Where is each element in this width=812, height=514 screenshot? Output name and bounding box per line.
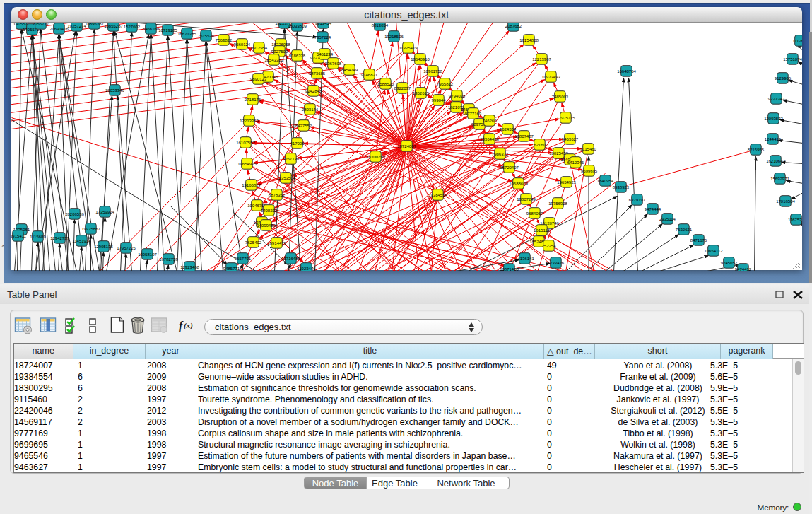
svg-text:3624554: 3624554 [499, 127, 516, 131]
svg-text:7485003: 7485003 [551, 94, 568, 98]
svg-text:7986372: 7986372 [491, 151, 508, 156]
svg-text:18724007: 18724007 [397, 144, 416, 148]
svg-text:9474412: 9474412 [734, 267, 751, 271]
svg-text:8454749: 8454749 [341, 67, 358, 71]
svg-text:62160: 62160 [534, 142, 546, 146]
svg-text:10688609: 10688609 [509, 181, 528, 185]
svg-text:18807249: 18807249 [517, 197, 536, 201]
svg-text:2935114: 2935114 [659, 216, 676, 221]
svg-text:6379197: 6379197 [628, 197, 645, 201]
svg-text:19756928: 19756928 [548, 201, 567, 205]
svg-text:7357224: 7357224 [314, 35, 331, 39]
svg-text:9684067: 9684067 [526, 211, 543, 215]
svg-text:1362615: 1362615 [412, 90, 429, 95]
svg-text:6412345: 6412345 [567, 160, 584, 164]
svg-text:9657791: 9657791 [234, 256, 251, 260]
svg-text:16210643: 16210643 [766, 158, 785, 163]
svg-text:746266: 746266 [482, 118, 497, 122]
svg-text:7632621: 7632621 [675, 227, 692, 231]
svg-text:999044: 999044 [431, 98, 446, 102]
svg-text:8471676: 8471676 [690, 238, 707, 242]
svg-text:8878352: 8878352 [268, 192, 285, 197]
svg-text:9227342: 9227342 [767, 96, 784, 100]
svg-text:9242848: 9242848 [305, 88, 322, 93]
svg-text:1527602: 1527602 [123, 24, 140, 28]
svg-text:2055717: 2055717 [32, 23, 49, 26]
svg-text:8427552: 8427552 [295, 123, 312, 127]
svg-text:10895387: 10895387 [85, 23, 104, 26]
svg-text:19654923: 19654923 [557, 180, 576, 184]
svg-text:12213369: 12213369 [240, 118, 259, 122]
svg-text:9129966: 9129966 [774, 76, 791, 80]
svg-text:417006: 417006 [290, 141, 305, 145]
svg-text:12213967: 12213967 [532, 57, 551, 61]
svg-text:12923468: 12923468 [180, 264, 199, 269]
svg-text:1615112: 1615112 [534, 228, 551, 232]
svg-text:16671385: 16671385 [177, 31, 196, 35]
svg-text:8938923: 8938923 [612, 185, 629, 189]
svg-text:19975867: 19975867 [81, 226, 100, 230]
svg-text:8186328: 8186328 [288, 53, 305, 57]
svg-text:9115460: 9115460 [580, 146, 597, 151]
svg-text:12942737: 12942737 [50, 235, 69, 240]
svg-text:11451914: 11451914 [72, 238, 91, 243]
svg-text:2367608: 2367608 [324, 61, 341, 65]
svg-text:2718176: 2718176 [244, 97, 261, 101]
svg-text:1733426: 1733426 [547, 260, 564, 264]
svg-text:9327503: 9327503 [271, 49, 288, 53]
svg-text:15751074: 15751074 [783, 57, 802, 61]
svg-text:16914479: 16914479 [267, 240, 286, 245]
svg-text:10961758: 10961758 [423, 69, 442, 73]
svg-text:14136141: 14136141 [515, 256, 534, 260]
svg-text:16543382: 16543382 [264, 57, 283, 62]
svg-text:10855287: 10855287 [104, 23, 123, 28]
svg-text:18300295: 18300295 [366, 154, 385, 158]
svg-text:11923446: 11923446 [297, 266, 316, 270]
svg-text:16154808: 16154808 [519, 37, 539, 42]
svg-text:18640910: 18640910 [411, 57, 430, 61]
svg-text:9913454: 9913454 [314, 23, 331, 25]
svg-text:9890123: 9890123 [249, 76, 266, 81]
svg-text:8912954: 8912954 [250, 45, 267, 49]
svg-text:19384554: 19384554 [428, 192, 447, 197]
svg-text:19357274: 19357274 [67, 23, 86, 28]
svg-text:14099489: 14099489 [257, 223, 276, 227]
svg-text:17016504: 17016504 [776, 199, 795, 203]
svg-text:16033809: 16033809 [288, 23, 307, 28]
svg-text:19654925: 19654925 [237, 161, 257, 165]
svg-text:17975115: 17975115 [556, 115, 575, 119]
svg-text:3498222: 3498222 [260, 208, 277, 212]
svg-text:252254: 252254 [541, 243, 556, 247]
svg-text:8267130: 8267130 [282, 156, 299, 160]
svg-text:16107552: 16107552 [236, 140, 255, 144]
svg-text:(x): (x) [184, 321, 193, 330]
svg-text:f: f [179, 320, 184, 332]
svg-text:1244419: 1244419 [764, 136, 781, 141]
svg-text:2087682: 2087682 [505, 23, 522, 28]
svg-text:11325419: 11325419 [399, 45, 418, 49]
svg-text:19166827: 19166827 [242, 182, 261, 187]
svg-text:8322037: 8322037 [394, 86, 411, 90]
svg-text:1588520: 1588520 [377, 81, 394, 86]
svg-text:16782759: 16782759 [159, 257, 178, 261]
svg-text:7563822: 7563822 [215, 37, 232, 42]
svg-text:20364436: 20364436 [480, 136, 499, 141]
svg-text:9463627: 9463627 [561, 136, 578, 141]
svg-text:10654112: 10654112 [704, 248, 723, 252]
svg-text:20053346: 20053346 [105, 88, 124, 92]
svg-text:9699695: 9699695 [580, 168, 597, 173]
svg-text:1640954: 1640954 [596, 178, 613, 182]
svg-text:13958107: 13958107 [138, 252, 157, 256]
svg-text:20206536: 20206536 [65, 211, 84, 216]
svg-text:9660124: 9660124 [233, 42, 250, 46]
svg-text:7955812: 7955812 [436, 81, 453, 86]
svg-text:2803144: 2803144 [301, 107, 318, 111]
svg-text:3915411: 3915411 [11, 233, 27, 238]
svg-text:10973493: 10973493 [541, 74, 560, 78]
svg-text:17957225: 17957225 [117, 245, 136, 250]
svg-text:9777169: 9777169 [464, 111, 481, 115]
svg-text:19218506: 19218506 [384, 34, 404, 38]
svg-text:17359924: 17359924 [95, 209, 114, 214]
svg-text:15716485: 15716485 [281, 256, 300, 260]
svg-text:10719185: 10719185 [158, 28, 177, 32]
